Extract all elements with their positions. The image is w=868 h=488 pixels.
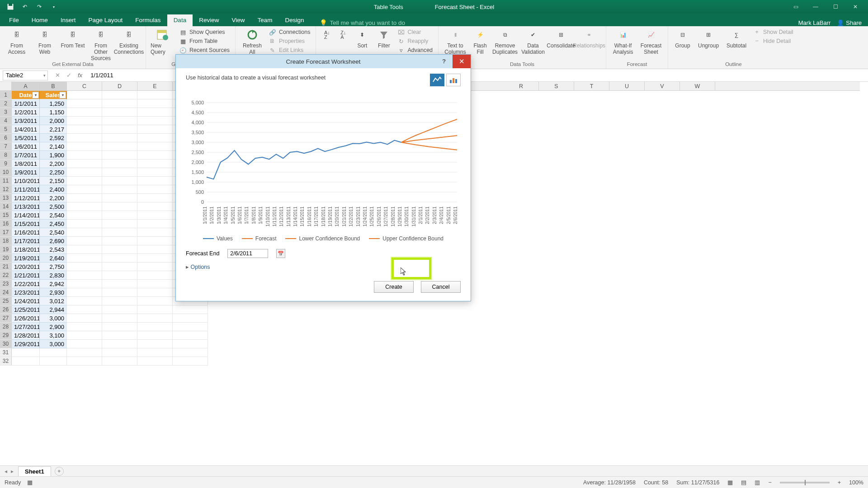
table-cell[interactable]: 3,012 [40, 297, 67, 305]
edit-links-button[interactable]: ✎Edit Links [268, 46, 311, 54]
row-header[interactable]: 18 [0, 237, 12, 245]
cell[interactable] [102, 220, 137, 228]
table-cell[interactable]: 1/7/2011 [12, 151, 40, 160]
cell[interactable] [102, 237, 137, 245]
save-icon[interactable] [5, 2, 15, 12]
table-cell[interactable]: 1/3/2011 [12, 117, 40, 125]
cell[interactable] [137, 125, 173, 134]
table-header[interactable]: Sales▾ [40, 91, 67, 99]
table-cell[interactable]: 1/4/2011 [12, 125, 40, 134]
new-query-button[interactable]: New Query [151, 28, 175, 55]
cell[interactable] [173, 340, 208, 348]
macro-record-icon[interactable]: ▦ [27, 479, 33, 486]
table-cell[interactable]: 2,592 [40, 134, 67, 142]
cell[interactable] [67, 134, 102, 142]
cell[interactable] [102, 348, 137, 357]
cell[interactable] [137, 151, 173, 160]
cell[interactable] [137, 254, 173, 263]
row-header[interactable]: 14 [0, 202, 12, 211]
cell[interactable] [102, 340, 137, 348]
group-button[interactable]: ⊟Group [673, 28, 693, 49]
cell[interactable] [67, 228, 102, 237]
cell[interactable] [137, 280, 173, 288]
row-header[interactable]: 28 [0, 323, 12, 331]
row-header[interactable]: 15 [0, 211, 12, 220]
date-picker-icon[interactable]: 📅 [276, 249, 285, 258]
cancel-formula-icon[interactable]: ✕ [55, 72, 60, 79]
cell[interactable] [137, 160, 173, 168]
cell[interactable] [67, 314, 102, 323]
cell[interactable] [137, 288, 173, 297]
cell[interactable] [102, 314, 137, 323]
zoom-in-icon[interactable]: + [838, 479, 841, 486]
col-header[interactable]: D [102, 82, 137, 90]
fx-icon[interactable]: fx [78, 72, 82, 79]
table-cell[interactable]: 1/29/2011 [12, 340, 40, 348]
tab-team[interactable]: Team [251, 14, 278, 26]
col-header[interactable]: V [645, 82, 680, 90]
cell[interactable] [137, 108, 173, 117]
table-cell[interactable]: 1/23/2011 [12, 288, 40, 297]
cell[interactable] [67, 323, 102, 331]
table-cell[interactable]: 2,540 [40, 228, 67, 237]
row-header[interactable]: 25 [0, 297, 12, 305]
row-header[interactable]: 24 [0, 288, 12, 297]
cell[interactable] [137, 202, 173, 211]
hide-detail-button[interactable]: −Hide Detail [752, 37, 794, 45]
view-pagebreak-icon[interactable]: ▥ [755, 479, 760, 486]
cell[interactable] [102, 108, 137, 117]
table-cell[interactable]: 1/11/2011 [12, 185, 40, 194]
sort-za-button[interactable]: Z↓A [337, 28, 349, 42]
dialog-help-icon[interactable]: ? [437, 55, 451, 68]
cell[interactable] [173, 323, 208, 331]
maximize-icon[interactable]: ☐ [831, 4, 840, 10]
cell[interactable] [67, 117, 102, 125]
table-cell[interactable]: 1/6/2011 [12, 142, 40, 151]
col-header[interactable]: T [574, 82, 609, 90]
relationships-button[interactable]: ⚭Relationships [577, 28, 601, 49]
table-cell[interactable]: 1/14/2011 [12, 211, 40, 220]
cell[interactable] [102, 211, 137, 220]
cell[interactable] [67, 99, 102, 108]
row-header[interactable]: 29 [0, 331, 12, 340]
table-cell[interactable]: 1/15/2011 [12, 220, 40, 228]
tab-home[interactable]: Home [25, 14, 54, 26]
table-cell[interactable]: 1/5/2011 [12, 134, 40, 142]
table-cell[interactable]: 1/13/2011 [12, 202, 40, 211]
col-header[interactable]: A [12, 82, 40, 90]
table-cell[interactable]: 2,543 [40, 245, 67, 254]
cell[interactable] [137, 142, 173, 151]
cell[interactable] [102, 280, 137, 288]
cell[interactable] [137, 271, 173, 280]
table-cell[interactable]: 2,690 [40, 237, 67, 245]
ribbon-options-icon[interactable]: ▭ [791, 4, 800, 10]
filter-dropdown-icon[interactable]: ▾ [32, 92, 39, 99]
cell[interactable] [67, 271, 102, 280]
table-cell[interactable]: 1/9/2011 [12, 168, 40, 177]
sheet-tab[interactable]: Sheet1 [18, 466, 51, 476]
table-cell[interactable]: 3,000 [40, 340, 67, 348]
tell-me[interactable]: 💡 Tell me what you want to do [320, 19, 406, 26]
filter-dropdown-icon[interactable]: ▾ [59, 92, 66, 99]
row-header[interactable]: 6 [0, 134, 12, 142]
minimize-icon[interactable]: — [811, 4, 820, 10]
sheet-nav-next-icon[interactable]: ▸ [11, 468, 14, 474]
cell[interactable] [102, 99, 137, 108]
cell[interactable] [137, 117, 173, 125]
cell[interactable] [67, 160, 102, 168]
cell[interactable] [102, 142, 137, 151]
sort-button[interactable]: ⬍Sort [353, 28, 371, 49]
cancel-button[interactable]: Cancel [421, 281, 461, 293]
cell[interactable] [67, 202, 102, 211]
table-cell[interactable]: 1/12/2011 [12, 194, 40, 202]
col-header[interactable]: R [504, 82, 539, 90]
table-cell[interactable]: 1/26/2011 [12, 314, 40, 323]
cell[interactable] [137, 177, 173, 185]
cell[interactable] [137, 134, 173, 142]
cell[interactable] [173, 357, 208, 366]
cell[interactable] [137, 237, 173, 245]
table-cell[interactable]: 2,930 [40, 288, 67, 297]
cell[interactable] [67, 220, 102, 228]
table-cell[interactable]: 1/21/2011 [12, 271, 40, 280]
cell[interactable] [67, 125, 102, 134]
